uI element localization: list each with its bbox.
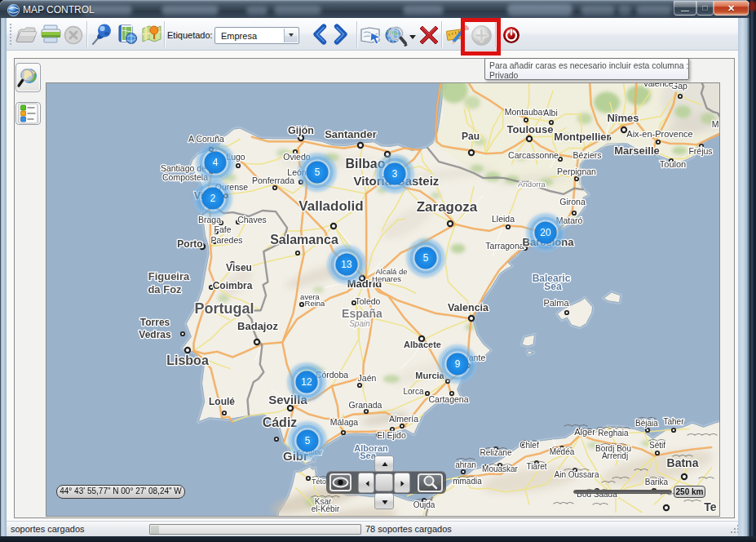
svg-text:Girona: Girona — [559, 197, 586, 207]
svg-text:Této: Této — [312, 478, 326, 486]
svg-text:Andorra: Andorra — [518, 180, 546, 189]
svg-text:Montpellier: Montpellier — [554, 131, 610, 143]
svg-text:Gap: Gap — [671, 83, 687, 91]
svg-text:Montauban: Montauban — [505, 107, 548, 117]
svg-text:Barika: Barika — [645, 478, 669, 486]
svg-text:Santander: Santander — [325, 128, 377, 140]
svg-text:Alger: Alger — [574, 427, 595, 437]
svg-text:Arreridj: Arreridj — [602, 451, 628, 460]
svg-text:Zaragoza: Zaragoza — [417, 199, 478, 215]
svg-text:Tarragona: Tarragona — [485, 241, 524, 251]
svg-text:Mouaskar: Mouaskar — [482, 464, 519, 473]
svg-text:Chlef: Chlef — [519, 441, 539, 450]
svg-text:Aix-en-Provence: Aix-en-Provence — [626, 129, 692, 139]
svg-text:Almería: Almería — [389, 414, 418, 424]
svg-text:A Coruña: A Coruña — [188, 134, 224, 144]
svg-text:Lisboa: Lisboa — [166, 353, 209, 367]
svg-text:Badajoz: Badajoz — [237, 320, 278, 332]
svg-text:12: 12 — [301, 376, 312, 388]
svg-text:5: 5 — [305, 435, 311, 446]
svg-text:Salamanca: Salamanca — [270, 233, 338, 247]
svg-text:Gijón: Gijón — [288, 125, 314, 136]
svg-text:Jaén: Jaén — [358, 373, 377, 383]
svg-text:Vedras: Vedras — [139, 329, 171, 340]
svg-text:Toulon: Toulon — [660, 159, 686, 169]
svg-text:Palma: Palma — [543, 298, 569, 308]
svg-text:Valladolid: Valladolid — [298, 198, 363, 214]
svg-text:da Foz: da Foz — [148, 283, 182, 295]
svg-text:Oujda: Oujda — [413, 500, 435, 509]
svg-text:Torres: Torres — [140, 317, 170, 328]
svg-text:Béjaia: Béjaia — [635, 419, 658, 428]
svg-text:Paredes: Paredes — [210, 235, 242, 245]
svg-text:Tiaret: Tiaret — [526, 462, 546, 471]
svg-text:Nîmes: Nîmes — [607, 112, 639, 124]
svg-text:Marseille: Marseille — [614, 144, 660, 157]
svg-text:Valence: Valence — [643, 83, 673, 88]
svg-text:Spain: Spain — [349, 319, 370, 328]
svg-text:Ain Oussara: Ain Oussara — [554, 470, 599, 479]
svg-text:Médéa: Médéa — [550, 447, 575, 456]
svg-text:Pau: Pau — [462, 131, 480, 142]
svg-text:Ponferrada: Ponferrada — [252, 175, 294, 185]
svg-text:5: 5 — [423, 252, 429, 264]
svg-text:5: 5 — [315, 167, 321, 178]
svg-text:Cádiz: Cádiz — [263, 415, 298, 429]
svg-text:Figueira: Figueira — [148, 270, 190, 282]
svg-text:Perpignan: Perpignan — [557, 167, 596, 176]
svg-text:Henares: Henares — [372, 274, 401, 283]
svg-text:Sea: Sea — [544, 281, 562, 292]
svg-text:Albi: Albi — [543, 108, 558, 118]
svg-text:Loulé: Loulé — [209, 396, 235, 407]
svg-text:Lorca: Lorca — [403, 387, 423, 396]
svg-text:Málaga: Málaga — [330, 417, 359, 427]
svg-text:Taher: Taher — [663, 417, 684, 426]
svg-text:Reina: Reina — [305, 299, 326, 308]
svg-text:Porto: Porto — [177, 238, 202, 250]
svg-text:El Ejido: El Ejido — [377, 430, 406, 440]
svg-text:Toulouse: Toulouse — [507, 123, 554, 136]
svg-text:España: España — [342, 307, 382, 320]
svg-text:Granada: Granada — [349, 400, 382, 410]
svg-text:Relizane: Relizane — [480, 448, 512, 457]
svg-text:Chaves: Chaves — [237, 215, 267, 224]
svg-text:mmadia: mmadia — [453, 477, 482, 486]
svg-text:Fréjus: Fréjus — [688, 146, 712, 156]
svg-text:2: 2 — [210, 193, 216, 204]
svg-text:Reghaia: Reghaia — [598, 429, 629, 438]
svg-text:Carcassonne: Carcassonne — [508, 150, 559, 160]
svg-text:Fafe: Fafe — [214, 224, 231, 234]
svg-text:Lleida: Lleida — [492, 214, 515, 224]
svg-text:Béziers: Béziers — [573, 150, 601, 160]
svg-text:4: 4 — [213, 157, 219, 168]
svg-text:Viseu: Viseu — [226, 262, 252, 273]
svg-text:20: 20 — [540, 227, 551, 238]
svg-text:Albacete: Albacete — [404, 340, 441, 349]
svg-text:Valencia: Valencia — [448, 302, 489, 313]
svg-text:Cartagena: Cartagena — [428, 394, 468, 404]
svg-text:ahran: ahran — [455, 460, 476, 469]
svg-text:Coimbra: Coimbra — [213, 280, 253, 291]
svg-text:3: 3 — [392, 168, 398, 180]
svg-text:el-Kébir: el-Kébir — [312, 504, 340, 513]
svg-text:Batna: Batna — [667, 456, 699, 469]
svg-text:Mo: Mo — [712, 119, 719, 129]
svg-text:9: 9 — [455, 358, 461, 370]
svg-text:Toledo: Toledo — [356, 296, 381, 306]
svg-text:13: 13 — [341, 259, 352, 270]
svg-text:Te: Te — [704, 500, 717, 513]
svg-text:Sétif: Sétif — [649, 441, 665, 450]
svg-text:Portugal: Portugal — [194, 300, 254, 317]
